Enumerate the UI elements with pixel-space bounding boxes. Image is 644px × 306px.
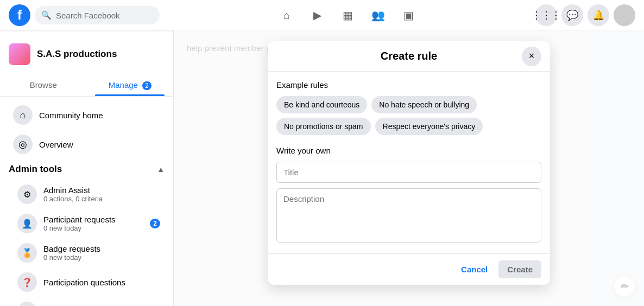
- group-avatar: [9, 43, 30, 65]
- apps-btn[interactable]: ⋮⋮⋮: [535, 4, 557, 26]
- search-icon: 🔍: [41, 10, 52, 20]
- badge-requests-item[interactable]: 🏅 Badge requests 0 new today: [4, 239, 169, 267]
- group-name: S.A.S productions: [37, 49, 117, 60]
- write-own-label: Write your own: [276, 146, 541, 155]
- participation-questions-icon: ❓: [17, 272, 37, 292]
- avatar[interactable]: [614, 4, 635, 26]
- sidebar: S.A.S productions Browse Manage 2 ⌂ Comm…: [0, 30, 174, 306]
- community-home-icon: ⌂: [13, 105, 33, 125]
- rule-description-textarea[interactable]: [276, 188, 541, 243]
- nav-groups-btn[interactable]: 👥: [365, 2, 391, 28]
- nav-home-btn[interactable]: ⌂: [274, 2, 300, 28]
- overview-label: Overview: [39, 140, 73, 149]
- admin-tools-section: Admin tools ▲: [0, 160, 173, 179]
- participation-questions-title: Participation questions: [43, 278, 160, 287]
- tab-browse[interactable]: Browse: [0, 74, 87, 96]
- nav-video-btn[interactable]: ▶: [304, 2, 330, 28]
- manage-badge: 2: [142, 81, 151, 90]
- modal-close-button[interactable]: ×: [522, 47, 541, 66]
- chip-no-promotions[interactable]: No promotions or spam: [276, 118, 371, 135]
- badge-requests-content: Badge requests 0 new today: [43, 244, 160, 262]
- admin-assist-item[interactable]: ⚙ Admin Assist 0 actions, 0 criteria: [4, 180, 169, 208]
- example-rules-label: Example rules: [276, 80, 541, 90]
- admin-assist-title: Admin Assist: [43, 186, 160, 195]
- pending-posts-icon: 📋: [17, 302, 37, 306]
- search-placeholder-text: Search Facebook: [56, 11, 120, 20]
- content-area: help prevent member your group. Create r…: [174, 30, 644, 306]
- participation-questions-content: Participation questions: [43, 278, 160, 287]
- admin-assist-icon: ⚙: [17, 184, 37, 204]
- top-nav: f 🔍 Search Facebook ⌂ ▶ ▦ 👥 ▣ ⋮⋮⋮ 💬 🔔: [0, 0, 644, 30]
- admin-assist-content: Admin Assist 0 actions, 0 criteria: [43, 186, 160, 203]
- participant-requests-sub: 0 new today: [43, 224, 143, 232]
- admin-assist-sub: 0 actions, 0 criteria: [43, 195, 160, 203]
- tab-row: Browse Manage 2: [0, 74, 173, 97]
- search-bar[interactable]: 🔍 Search Facebook: [35, 6, 160, 24]
- notifications-btn[interactable]: 🔔: [588, 4, 609, 26]
- rule-title-input[interactable]: [276, 162, 541, 183]
- participant-requests-badge: 2: [150, 219, 160, 228]
- badge-requests-sub: 0 new today: [43, 253, 160, 262]
- tab-manage[interactable]: Manage 2: [87, 74, 174, 96]
- modal-backdrop: Create rule × Example rules Be kind and …: [174, 30, 644, 306]
- participant-requests-content: Participant requests 0 new today: [43, 215, 143, 232]
- admin-tools-label: Admin tools: [9, 164, 62, 175]
- nav-gaming-btn[interactable]: ▣: [395, 2, 421, 28]
- chip-respect-privacy[interactable]: Respect everyone's privacy: [375, 118, 483, 135]
- modal-body: Example rules Be kind and courteous No h…: [268, 72, 550, 253]
- nav-marketplace-btn[interactable]: ▦: [334, 2, 361, 28]
- create-rule-modal: Create rule × Example rules Be kind and …: [268, 41, 550, 285]
- collapse-admin-tools-btn[interactable]: ▲: [157, 165, 165, 174]
- participant-requests-title: Participant requests: [43, 215, 143, 224]
- modal-footer: Cancel Create: [268, 253, 550, 285]
- sidebar-item-overview[interactable]: ◎ Overview: [4, 130, 169, 158]
- pending-posts-item[interactable]: 📋 Pending posts: [4, 297, 169, 306]
- chip-no-hate[interactable]: No hate speech or bullying: [371, 96, 477, 113]
- overview-icon: ◎: [13, 135, 33, 154]
- main-layout: S.A.S productions Browse Manage 2 ⌂ Comm…: [0, 30, 644, 306]
- sidebar-item-community-home[interactable]: ⌂ Community home: [4, 101, 169, 129]
- messenger-btn[interactable]: 💬: [561, 4, 583, 26]
- community-home-label: Community home: [39, 111, 103, 120]
- cancel-button[interactable]: Cancel: [454, 260, 494, 278]
- close-icon: ×: [529, 50, 535, 62]
- badge-requests-title: Badge requests: [43, 244, 160, 253]
- group-header: S.A.S productions: [0, 39, 173, 74]
- facebook-logo: f: [9, 4, 30, 26]
- participation-questions-item[interactable]: ❓ Participation questions: [4, 268, 169, 296]
- modal-header: Create rule ×: [268, 41, 550, 72]
- chip-be-kind[interactable]: Be kind and courteous: [276, 96, 367, 113]
- participant-requests-icon: 👤: [17, 214, 37, 233]
- modal-title: Create rule: [381, 50, 438, 62]
- nav-right: ⋮⋮⋮ 💬 🔔: [535, 4, 635, 26]
- rule-chips: Be kind and courteous No hate speech or …: [276, 96, 541, 135]
- nav-center: ⌂ ▶ ▦ 👥 ▣: [160, 2, 535, 28]
- participant-requests-item[interactable]: 👤 Participant requests 0 new today 2: [4, 209, 169, 238]
- create-button[interactable]: Create: [498, 260, 541, 278]
- badge-requests-icon: 🏅: [17, 243, 37, 263]
